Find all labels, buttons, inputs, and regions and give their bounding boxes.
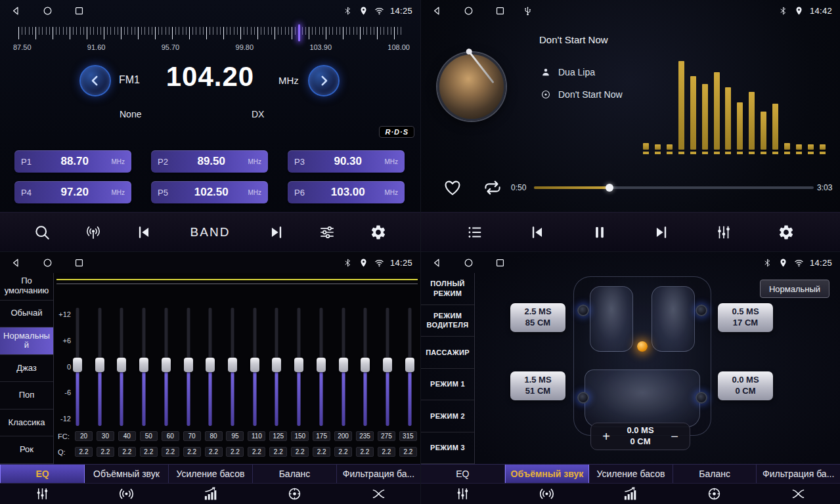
rear-left-delay-button[interactable]: 1.5 MS 51 CM [510, 371, 565, 400]
tab-bass-boost[interactable]: Усиление басов [589, 465, 673, 483]
tab-filter-icon-cell[interactable] [336, 484, 420, 504]
tab-eq[interactable]: EQ [421, 465, 505, 483]
preset-button-p5[interactable]: P5 102.50 MHz [151, 181, 268, 203]
eq-preset-classic[interactable]: Классика [0, 410, 53, 437]
seek-bar[interactable] [534, 186, 814, 189]
eq-band-slider[interactable] [204, 308, 217, 426]
home-icon[interactable] [42, 257, 53, 268]
tab-surround-icon-cell[interactable] [84, 484, 168, 504]
tab-balance-icon-cell[interactable] [252, 484, 336, 504]
mode-1[interactable]: РЕЖИМ 1 [421, 369, 474, 401]
eq-band-slider[interactable] [403, 308, 416, 426]
eq-preset-custom[interactable]: Обычай [0, 301, 53, 328]
band-button[interactable]: BAND [187, 224, 234, 240]
preset-button-p6[interactable]: P6 103.00 MHz [288, 181, 405, 203]
tab-surround[interactable]: Объёмный звук [505, 465, 590, 483]
recents-icon[interactable] [74, 257, 85, 268]
recents-icon[interactable] [495, 5, 506, 16]
back-icon[interactable] [11, 5, 22, 16]
playlist-icon[interactable] [466, 224, 483, 241]
preset-label: P6 [294, 188, 314, 198]
eq-band-slider[interactable] [381, 308, 394, 426]
favorite-button[interactable] [443, 178, 462, 198]
next-track-icon[interactable] [653, 224, 670, 241]
tab-surround[interactable]: Объёмный звук [85, 465, 169, 483]
tab-surround-icon-cell[interactable] [505, 484, 589, 504]
tab-filter[interactable]: Фильтрация ба... [337, 465, 420, 483]
eq-preset-default[interactable]: По умолчанию [0, 273, 53, 301]
tab-eq-icon-cell[interactable] [0, 484, 84, 504]
tab-bass-icon-cell[interactable] [588, 484, 673, 504]
next-station-icon[interactable] [268, 224, 285, 241]
eq-band-slider[interactable] [270, 308, 283, 426]
preset-button-p4[interactable]: P4 97.20 MHz [14, 181, 131, 203]
eq-band-slider[interactable] [160, 308, 173, 426]
preset-button-p3[interactable]: P3 90.30 MHz [288, 150, 405, 173]
rear-right-delay-button[interactable]: 0.0 MS 0 CM [718, 371, 773, 400]
eq-band-slider[interactable] [359, 308, 372, 426]
back-icon[interactable] [431, 257, 443, 268]
tab-eq-icon-cell[interactable] [421, 484, 505, 504]
mode-3[interactable]: РЕЖИМ 3 [421, 432, 474, 465]
eq-band-slider[interactable] [226, 308, 239, 426]
back-icon[interactable] [431, 5, 443, 16]
recents-icon[interactable] [495, 257, 506, 268]
mode-full[interactable]: ПОЛНЫЙ РЕЖИМ [421, 273, 474, 305]
tab-bass-boost[interactable]: Усиление басов [169, 465, 253, 483]
tab-eq[interactable]: EQ [0, 465, 85, 483]
eq-band-slider[interactable] [248, 308, 261, 426]
q-value: 2.2 [378, 447, 395, 457]
eq-preset-jazz[interactable]: Джаз [0, 355, 53, 383]
eq-band-slider[interactable] [315, 308, 328, 426]
settings-gear-icon[interactable] [370, 224, 387, 241]
equalizer-icon[interactable] [319, 224, 336, 241]
eq-band-slider[interactable] [71, 308, 84, 426]
tab-balance[interactable]: Баланс [253, 465, 337, 483]
eq-band-slider[interactable] [337, 308, 350, 426]
home-icon[interactable] [463, 257, 474, 268]
front-right-delay-button[interactable]: 0.5 MS 17 CM [718, 303, 773, 332]
spectrum-bar [749, 92, 755, 154]
mode-driver[interactable]: РЕЖИМ ВОДИТЕЛЯ [421, 305, 474, 337]
repeat-button[interactable] [483, 178, 502, 198]
decrease-delay-button[interactable]: − [666, 429, 683, 445]
eq-preset-rock[interactable]: Рок [0, 436, 53, 464]
preset-button-p1[interactable]: P1 88.70 MHz [14, 150, 131, 173]
eq-band-slider[interactable] [292, 308, 305, 426]
preset-label: P4 [21, 188, 41, 198]
front-left-delay-button[interactable]: 2.5 MS 85 CM [510, 303, 565, 332]
increase-delay-button[interactable]: + [598, 429, 615, 445]
eq-band-slider[interactable] [115, 308, 128, 426]
previous-track-icon[interactable] [529, 224, 546, 241]
settings-gear-icon[interactable] [778, 224, 795, 241]
frequency-ruler[interactable]: 87.50 91.60 95.70 99.80 103.90 108.00 [18, 25, 402, 55]
mode-passenger[interactable]: ПАССАЖИР [421, 337, 474, 369]
tab-balance-icon-cell[interactable] [673, 484, 757, 504]
previous-station-icon[interactable] [135, 224, 152, 241]
recents-icon[interactable] [74, 5, 85, 16]
eq-band-slider[interactable] [182, 308, 195, 426]
radio-scan-icon[interactable] [85, 224, 102, 241]
back-icon[interactable] [11, 257, 22, 268]
tab-balance[interactable]: Баланс [673, 465, 757, 483]
eq-band-area: +12 +6 0 -6 -12 FC: 20304050607080951101… [54, 273, 420, 464]
tab-filter-icon-cell[interactable] [756, 484, 840, 504]
listening-position-dot[interactable] [637, 341, 648, 352]
pause-icon[interactable] [591, 224, 608, 241]
home-icon[interactable] [42, 5, 53, 16]
eq-band-slider[interactable] [93, 308, 106, 426]
eq-preset-normal[interactable]: Нормальный [0, 327, 53, 355]
progress-knob[interactable] [606, 184, 613, 192]
search-icon[interactable] [33, 224, 51, 241]
preset-button-p2[interactable]: P2 89.50 MHz [151, 150, 268, 173]
equalizer-icon[interactable] [715, 224, 732, 241]
tune-up-button[interactable] [308, 65, 340, 96]
tab-bass-icon-cell[interactable] [168, 484, 252, 504]
mode-2[interactable]: РЕЖИМ 2 [421, 400, 474, 432]
eq-band-slider[interactable] [137, 308, 150, 426]
preset-unit: MHz [384, 189, 398, 196]
surround-preset-button[interactable]: Нормальный [760, 280, 829, 298]
eq-preset-pop[interactable]: Поп [0, 382, 53, 410]
home-icon[interactable] [463, 5, 474, 16]
tab-filter[interactable]: Фильтрация ба... [757, 465, 840, 483]
